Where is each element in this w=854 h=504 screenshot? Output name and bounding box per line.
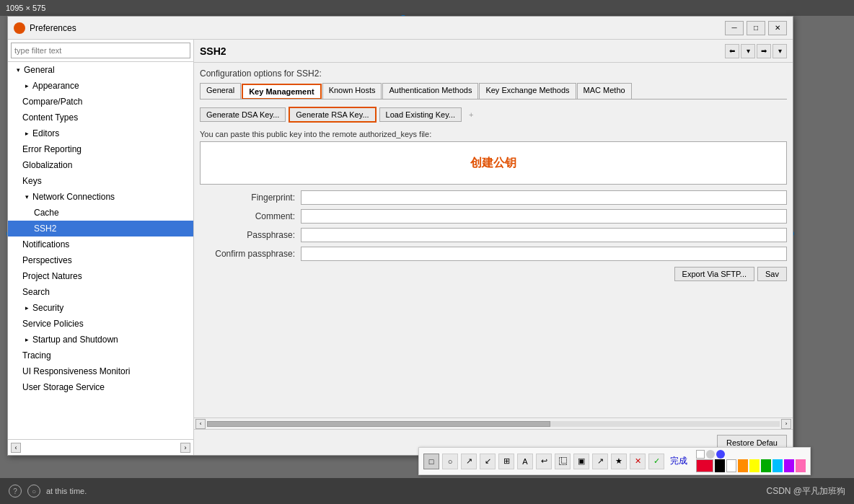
color-dot-gray[interactable] [706,450,715,459]
chevron-right-icon: ▸ [22,81,31,90]
sidebar-back-button[interactable]: ‹ [11,443,21,453]
color-swatch-black[interactable] [715,459,725,472]
close-button[interactable]: ✕ [768,21,787,35]
annotation-toolbar: □ ○ ↗ ↙ ⊞ A ↩ ⿺ ▣ ↗ ★ ✕ ✓ 完成 [418,447,811,475]
sidebar-item-project-natures[interactable]: Project Natures [8,268,193,284]
confirm-passphrase-input[interactable] [301,247,787,261]
sidebar-item-label: Cache [34,208,59,218]
scroll-left-button[interactable]: ‹ [195,419,206,429]
back-button[interactable]: ⬅ [725,44,739,58]
generate-dsa-button[interactable]: Generate DSA Key... [200,107,286,122]
sidebar-item-globalization[interactable]: Globalization [8,157,193,173]
sidebar-item-service-policies[interactable]: Service Policies [8,316,193,332]
window-controls: ─ □ ✕ [725,21,787,35]
color-dot-white[interactable] [696,450,705,459]
passphrase-label: Passphrase: [200,230,301,240]
horizontal-scrollbar[interactable]: ‹ › [194,417,793,429]
load-existing-button[interactable]: Load Existing Key... [379,107,462,122]
text-tool-button[interactable]: A [517,454,533,469]
csdn-bar: ? ○ at this time. CSDN @平凡加班狗 [0,478,854,504]
sidebar-item-general[interactable]: ▾ General [8,62,193,78]
info-button[interactable]: ○ [27,485,40,498]
sidebar-item-ssh2[interactable]: SSH2 [8,221,193,236]
color-swatch-yellow[interactable] [749,459,760,472]
filter-input[interactable] [11,43,190,58]
status-message: at this time. [46,487,87,495]
chevron-down-icon: ▾ [14,66,22,74]
sidebar-item-compare-patch[interactable]: Compare/Patch [8,94,193,110]
sidebar-item-security[interactable]: ▸ Security [8,300,193,316]
sidebar-item-notifications[interactable]: Notifications [8,236,193,252]
sidebar-item-content-types[interactable]: Content Types [8,110,193,125]
sidebar-tree[interactable]: ▾ General ▸ Appearance Compare/Patch Con… [8,62,193,439]
share-button[interactable]: ↗ [592,454,608,469]
public-key-area[interactable]: 创建公钥 [200,141,787,185]
selection-tool-button[interactable]: ⊞ [498,454,514,469]
color-dot-blue[interactable] [716,450,725,459]
tab-general[interactable]: General [200,83,241,99]
ellipse-tool-button[interactable]: ○ [442,454,458,469]
delete-button[interactable]: ✕ [630,454,646,469]
rect-tool-button[interactable]: □ [423,454,439,469]
passphrase-input[interactable] [301,228,787,242]
sidebar-item-network-connections[interactable]: ▾ Network Connections [8,189,193,205]
sidebar-item-startup-shutdown[interactable]: ▸ Startup and Shutdown [8,332,193,348]
sidebar-item-label: Keys [22,176,42,186]
sidebar-item-error-reporting[interactable]: Error Reporting [8,141,193,157]
fingerprint-input[interactable] [301,190,787,205]
arrow-tool-button[interactable]: ↗ [461,454,477,469]
comment-label: Comment: [200,211,301,221]
sidebar-item-appearance[interactable]: ▸ Appearance [8,78,193,94]
sidebar-item-label: Globalization [22,160,72,170]
sidebar-item-label: Notifications [22,239,69,249]
finish-label[interactable]: 完成 [667,455,690,467]
sidebar-item-user-storage[interactable]: User Storage Service [8,379,193,395]
tabs-row: General Key Management Known Hosts Authe… [200,83,787,100]
sidebar-item-tracing[interactable]: Tracing [8,348,193,363]
line-tool-button[interactable]: ↙ [480,454,496,469]
chevron-right-icon: ▸ [22,304,31,312]
save-button[interactable]: Sav [757,267,787,281]
tab-key-exchange[interactable]: Key Exchange Methods [479,83,576,99]
sidebar-item-perspectives[interactable]: Perspectives [8,252,193,268]
tab-mac-methods[interactable]: MAC Metho [577,83,632,99]
window-body: ▾ General ▸ Appearance Compare/Patch Con… [8,40,793,455]
color-swatch-pink[interactable] [796,459,806,472]
sidebar-item-ui-responsiveness[interactable]: UI Responsiveness Monitori [8,363,193,379]
sidebar-forward-button[interactable]: › [180,443,190,453]
confirm-button[interactable]: ✓ [648,454,664,469]
color-swatch-cyan[interactable] [772,459,783,472]
crop-button[interactable]: ▣ [573,454,589,469]
tab-key-management[interactable]: Key Management [242,84,321,100]
sidebar-item-label: Security [32,303,63,313]
sidebar-item-keys[interactable]: Keys [8,173,193,189]
tab-auth-methods[interactable]: Authentication Methods [382,83,478,99]
scroll-right-button[interactable]: › [781,419,791,429]
color-swatch-white[interactable] [726,459,736,472]
color-swatch-green[interactable] [761,459,771,472]
export-sftp-button[interactable]: Export Via SFTP... [674,267,754,281]
tab-known-hosts[interactable]: Known Hosts [322,83,382,99]
generate-rsa-button[interactable]: Generate RSA Key... [289,107,376,123]
sidebar-item-search[interactable]: Search [8,284,193,300]
dropdown-btn2[interactable]: ▾ [772,44,787,58]
color-swatch-orange[interactable] [738,459,748,472]
comment-input[interactable] [301,209,787,224]
dropdown-btn[interactable]: ▾ [741,44,755,58]
forward-button[interactable]: ➡ [757,44,771,58]
chevron-down-icon: ▾ [22,193,31,201]
minimize-button[interactable]: ─ [725,21,744,35]
help-button[interactable]: ? [9,485,22,498]
sidebar-item-cache[interactable]: Cache [8,205,193,221]
color-swatch-red[interactable] [696,459,713,472]
undo-button[interactable]: ↩ [536,454,552,469]
color-swatch-purple[interactable] [784,459,794,472]
copy-button[interactable]: ⿺ [555,454,571,469]
star-button[interactable]: ★ [611,454,627,469]
scroll-track[interactable] [207,421,780,427]
sidebar-item-label: General [24,65,55,75]
preferences-window: Preferences ─ □ ✕ ▾ General [7,16,793,456]
chevron-right-icon: ▸ [22,129,31,138]
maximize-button[interactable]: □ [747,21,765,35]
sidebar-item-editors[interactable]: ▸ Editors [8,125,193,141]
